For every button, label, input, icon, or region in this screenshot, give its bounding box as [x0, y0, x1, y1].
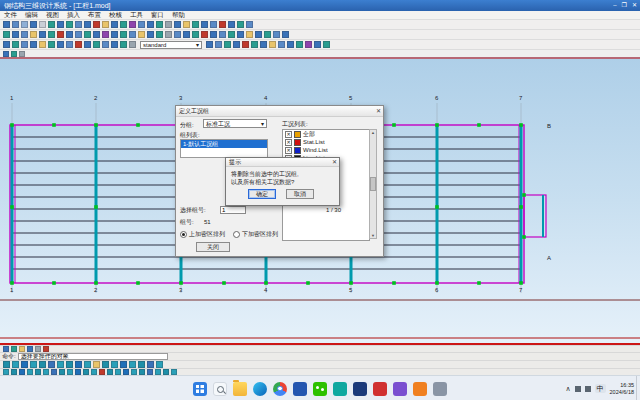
tool-icon[interactable]: [323, 41, 330, 48]
tool-icon[interactable]: [165, 21, 172, 28]
tool-icon[interactable]: [84, 31, 91, 38]
tool-icon[interactable]: [12, 41, 19, 48]
case-list-item[interactable]: ✕全部: [283, 130, 369, 138]
tool-icon[interactable]: [242, 41, 249, 48]
group-listbox[interactable]: 1-默认工况组: [180, 139, 268, 158]
edge-icon[interactable]: [253, 382, 267, 396]
tool-icon[interactable]: [39, 21, 46, 28]
tool-icon[interactable]: [84, 21, 91, 28]
tool-icon[interactable]: [147, 21, 154, 28]
volume-icon[interactable]: [585, 386, 591, 392]
tool-icon[interactable]: [12, 31, 19, 38]
tool-icon[interactable]: [228, 31, 235, 38]
tool-icon[interactable]: [138, 21, 145, 28]
app-icon-teal[interactable]: [333, 382, 347, 396]
tool-icon[interactable]: [12, 361, 19, 368]
tool-icon[interactable]: [75, 31, 82, 38]
checkbox[interactable]: ✕: [285, 131, 292, 138]
tool-icon[interactable]: [278, 41, 285, 48]
tool-icon[interactable]: [246, 21, 253, 28]
tool-icon[interactable]: [12, 21, 19, 28]
app-icon-purple[interactable]: [393, 382, 407, 396]
tool-icon[interactable]: [206, 41, 213, 48]
menu-item[interactable]: 帮助: [168, 11, 189, 19]
show-desktop-button[interactable]: [636, 376, 640, 400]
tool-icon[interactable]: [93, 361, 100, 368]
tool-icon[interactable]: [129, 31, 136, 38]
tool-icon[interactable]: [147, 31, 154, 38]
minimize-button[interactable]: –: [613, 0, 616, 11]
menu-item[interactable]: 校核: [105, 11, 126, 19]
tool-icon[interactable]: [75, 21, 82, 28]
tool-icon[interactable]: [11, 51, 17, 57]
tool-icon[interactable]: [75, 361, 82, 368]
tool-icon[interactable]: [21, 31, 28, 38]
case-list-item[interactable]: ✕Stat.List: [283, 138, 369, 146]
tool-icon[interactable]: [57, 21, 64, 28]
tool-icon[interactable]: [75, 41, 82, 48]
tool-icon[interactable]: [3, 51, 9, 57]
dialog-titlebar[interactable]: 定义工况组 ✕: [176, 106, 383, 117]
tool-icon[interactable]: [66, 21, 73, 28]
menu-item[interactable]: 工具: [126, 11, 147, 19]
ok-button[interactable]: 确定: [248, 189, 276, 199]
tool-icon[interactable]: [102, 21, 109, 28]
case-list-item[interactable]: ✕Wind.List: [283, 146, 369, 154]
tool-icon[interactable]: [48, 361, 55, 368]
tool-icon[interactable]: [264, 31, 271, 38]
tool-icon[interactable]: [120, 361, 127, 368]
tool-icon[interactable]: [120, 21, 127, 28]
tool-icon[interactable]: [30, 361, 37, 368]
tool-icon[interactable]: [111, 41, 118, 48]
radio-option[interactable]: 下加密区排列: [233, 230, 278, 239]
tool-icon[interactable]: [66, 361, 73, 368]
tool-icon[interactable]: [174, 31, 181, 38]
tool-icon[interactable]: [210, 31, 217, 38]
tool-icon[interactable]: [66, 41, 73, 48]
tool-icon[interactable]: [102, 31, 109, 38]
app-icon-red[interactable]: [373, 382, 387, 396]
tool-icon[interactable]: [269, 41, 276, 48]
tool-icon[interactable]: [233, 41, 240, 48]
tool-icon[interactable]: [93, 31, 100, 38]
tool-icon[interactable]: [237, 31, 244, 38]
tool-icon[interactable]: [156, 31, 163, 38]
cancel-button[interactable]: 取消: [286, 189, 314, 199]
wechat-icon[interactable]: [313, 382, 327, 396]
messagebox-close-icon[interactable]: ✕: [332, 158, 337, 166]
checkbox[interactable]: ✕: [285, 147, 292, 154]
close-button[interactable]: ✕: [632, 0, 637, 11]
menu-item[interactable]: 编辑: [21, 11, 42, 19]
tool-icon[interactable]: [30, 41, 37, 48]
tool-icon[interactable]: [192, 31, 199, 38]
app-icon-navy[interactable]: [353, 382, 367, 396]
tool-icon[interactable]: [260, 41, 267, 48]
app-icon-orange[interactable]: [413, 382, 427, 396]
tool-icon[interactable]: [21, 41, 28, 48]
tool-icon[interactable]: [287, 41, 294, 48]
tool-icon[interactable]: [219, 21, 226, 28]
tool-icon[interactable]: [314, 41, 321, 48]
scrollbar[interactable]: ▲ ▼: [369, 129, 377, 239]
menu-item[interactable]: 视图: [42, 11, 63, 19]
scroll-down-icon[interactable]: ▼: [371, 233, 375, 238]
tool-icon[interactable]: [138, 361, 145, 368]
tool-icon[interactable]: [48, 31, 55, 38]
dialog-close-button[interactable]: 关闭: [196, 242, 230, 252]
tool-icon[interactable]: [201, 31, 208, 38]
tool-icon[interactable]: [215, 41, 222, 48]
ime-indicator[interactable]: 中: [595, 384, 606, 393]
tool-icon[interactable]: [21, 361, 28, 368]
tool-icon[interactable]: [30, 21, 37, 28]
dialog-close-icon[interactable]: ✕: [376, 106, 381, 116]
tool-icon[interactable]: [273, 31, 280, 38]
tool-icon[interactable]: [21, 21, 28, 28]
tool-icon[interactable]: [39, 31, 46, 38]
tray-chevron-icon[interactable]: ∧: [565, 385, 570, 393]
tool-icon[interactable]: [102, 41, 109, 48]
menu-item[interactable]: 文件: [0, 11, 21, 19]
tool-icon[interactable]: [39, 361, 46, 368]
messagebox-titlebar[interactable]: 提示 ✕: [226, 158, 339, 167]
app-icon-blue[interactable]: [293, 382, 307, 396]
tool-icon[interactable]: [111, 31, 118, 38]
